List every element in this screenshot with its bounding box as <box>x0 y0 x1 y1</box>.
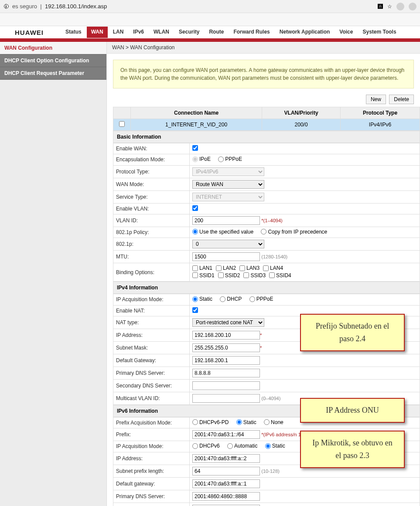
ipv4-address-input[interactable] <box>192 331 260 340</box>
wanmode-select[interactable]: Route WAN <box>192 180 264 189</box>
nattype-select[interactable]: Port-restricted cone NAT <box>192 318 264 327</box>
nav-wan[interactable]: WAN <box>87 27 108 38</box>
proto-select[interactable]: IPv4/IPv6 <box>192 167 264 176</box>
ipv6-gw-input[interactable] <box>192 479 260 488</box>
callout-ip-onu: IP Address ONU <box>300 398 405 423</box>
section-ipv4: IPv4 Information <box>113 282 420 294</box>
delete-button[interactable]: Delete <box>389 95 414 104</box>
mtu-input[interactable] <box>192 252 260 261</box>
ipacq-pppoe[interactable] <box>249 296 255 302</box>
nav-wlan[interactable]: WLAN <box>149 27 174 38</box>
encap-pppoe[interactable] <box>218 156 224 162</box>
pfx-dhcpv6pd[interactable] <box>192 419 198 425</box>
section-basic: Basic Information <box>113 131 420 143</box>
nav-ipv6[interactable]: IPv6 <box>129 27 148 38</box>
bind-ssid3[interactable] <box>243 272 249 278</box>
nav-status[interactable]: Status <box>61 27 86 38</box>
8021p-spec[interactable] <box>192 229 198 234</box>
nav-network-application[interactable]: Network Application <box>275 27 335 38</box>
bind-lan4[interactable] <box>263 265 269 271</box>
nav-lan[interactable]: LAN <box>109 27 128 38</box>
row-checkbox[interactable] <box>119 121 125 127</box>
enable-nat-cb[interactable] <box>192 307 198 313</box>
nav-underline <box>0 38 420 42</box>
ipv4-dns1-input[interactable] <box>192 369 260 377</box>
ext-icon-1[interactable] <box>396 3 404 10</box>
table-row[interactable]: 1_INTERNET_R_VID_200 200/0 IPv4/IPv6 <box>113 119 420 131</box>
bind-lan2[interactable] <box>216 265 222 271</box>
bind-ssid4[interactable] <box>269 272 275 278</box>
enable-wan-cb[interactable] <box>192 145 198 151</box>
nav-route[interactable]: Route <box>205 27 228 38</box>
ipv6-dns2-input[interactable] <box>192 505 260 506</box>
ipv4-mvlan-input[interactable] <box>192 394 260 403</box>
ipv6-address-input[interactable] <box>192 454 260 463</box>
ipv6-dns1-input[interactable] <box>192 492 260 501</box>
star-icon[interactable]: ☆ <box>387 3 392 10</box>
8021p-copy[interactable] <box>261 229 266 234</box>
encap-ipoe[interactable] <box>192 156 198 162</box>
sidebar: WAN ConfigurationDHCP Client Option Conf… <box>0 42 107 506</box>
brand-logo: HUAWEI <box>15 29 44 36</box>
browser-address-bar: 🛈 es seguro | 192.168.100.1/index.asp 🅰 … <box>0 0 420 13</box>
nav-forward-rules[interactable]: Forward Rules <box>229 27 274 38</box>
pfx-none[interactable] <box>264 419 270 425</box>
8021p-select[interactable]: 0 <box>192 240 264 248</box>
svctype-select[interactable]: INTERNET <box>192 193 264 201</box>
ipv4-gw-input[interactable] <box>192 356 260 365</box>
ipv6-plen-input[interactable] <box>192 467 260 475</box>
bind-lan1[interactable] <box>192 265 198 271</box>
sidebar-item[interactable]: DHCP Client Option Configuration <box>0 54 106 67</box>
breadcrumb: WAN > WAN Configuration <box>107 42 420 54</box>
connections-table: Connection Name VLAN/Priority Protocol T… <box>113 107 420 131</box>
ext-icon-2[interactable] <box>409 3 417 10</box>
vlan-id-input[interactable] <box>192 216 260 225</box>
ipv4-dns2-input[interactable] <box>192 381 260 390</box>
ipacq-dhcp[interactable] <box>220 296 225 302</box>
ip6acq-auto[interactable] <box>227 443 233 449</box>
new-button[interactable]: New <box>366 95 386 104</box>
bind-lan3[interactable] <box>239 265 245 271</box>
top-nav: StatusWANLANIPv6WLANSecurityRouteForward… <box>61 27 420 38</box>
bind-ssid2[interactable] <box>218 272 224 278</box>
ipv4-mask-input[interactable] <box>192 343 260 352</box>
info-banner: On this page, you can configure WAN port… <box>113 60 414 88</box>
bind-ssid1[interactable] <box>192 272 198 278</box>
callout-mikrotik: Ip Mikrotik, se obtuvo en el paso 2.3 <box>300 431 405 468</box>
ip6acq-dhcpv6[interactable] <box>192 443 198 449</box>
sidebar-item[interactable]: WAN Configuration <box>0 42 106 54</box>
sidebar-item[interactable]: DHCP Client Request Parameter <box>0 67 106 80</box>
nav-system-tools[interactable]: System Tools <box>358 27 400 38</box>
ip6acq-static[interactable] <box>265 443 271 449</box>
translate-icon[interactable]: 🅰 <box>378 3 383 10</box>
nav-security[interactable]: Security <box>174 27 204 38</box>
nav-voice[interactable]: Voice <box>335 27 357 38</box>
enable-vlan-cb[interactable] <box>192 205 198 211</box>
ipacq-static[interactable] <box>192 296 198 302</box>
pfx-static[interactable] <box>236 419 242 425</box>
bookmarks-bar <box>0 13 420 26</box>
ipv6-prefix-input[interactable] <box>192 430 260 439</box>
callout-prefix: Prefijo Subnetado en el paso 2.4 <box>300 314 405 351</box>
